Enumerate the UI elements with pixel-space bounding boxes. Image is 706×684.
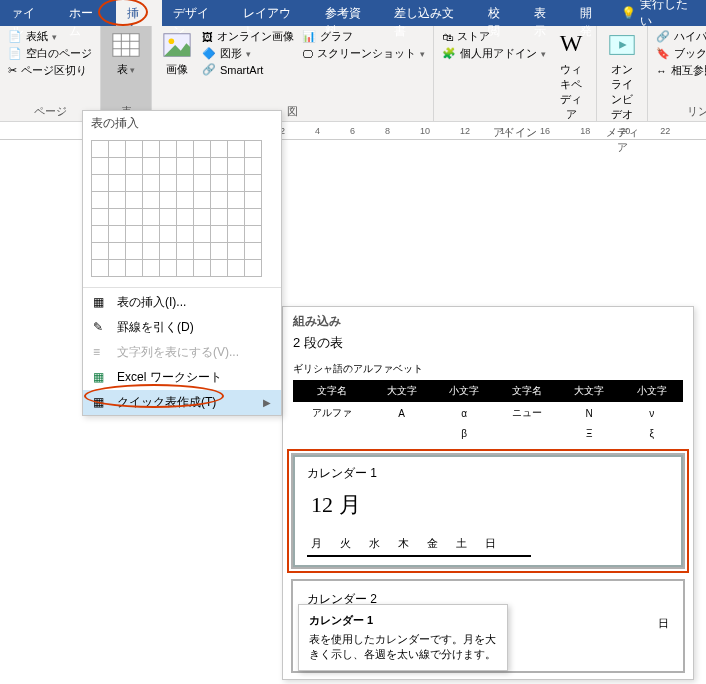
tab-design[interactable]: デザイン: [162, 0, 232, 26]
video-icon: [607, 30, 637, 60]
quick-tables-icon: ▦: [93, 395, 109, 411]
tab-insert[interactable]: 挿入: [116, 0, 162, 26]
hyperlink-label: ハイパーリンク: [674, 29, 706, 44]
chart-label: グラフ: [320, 29, 353, 44]
svg-rect-0: [113, 34, 139, 57]
ribbon-tabs: ァイル ホーム 挿入 デザイン レイアウト 参考資料 差し込み文書 校閲 表示 …: [0, 0, 706, 26]
shapes-button[interactable]: 🔷 図形: [200, 45, 296, 62]
group-links: 🔗 ハイパーリンク 🔖 ブックマーク ↔ 相互参照 リンク: [648, 26, 706, 121]
myaddins-button[interactable]: 🧩 個人用アドイン: [440, 45, 548, 62]
insert-table-label: 表の挿入(I)...: [117, 295, 186, 309]
greek-caption: ギリシャ語のアルファベット: [293, 358, 683, 380]
table-icon: [111, 30, 141, 60]
draw-table-item[interactable]: ✎ 罫線を引く(D): [83, 315, 281, 340]
excel-label: Excel ワークシート: [117, 369, 222, 386]
group-tables: 表 表: [101, 26, 152, 121]
tab-references[interactable]: 参考資料: [314, 0, 384, 26]
smartart-label: SmartArt: [220, 64, 263, 76]
convert-label: 文字列を表にする(V)...: [117, 344, 239, 361]
tab-home[interactable]: ホーム: [58, 0, 116, 26]
wikipedia-icon: W: [556, 30, 586, 60]
greek-preview[interactable]: ギリシャ語のアルファベット 文字名 大文字 小文字 文字名 大文字 小文字 アル…: [293, 358, 683, 443]
draw-table-label: 罫線を引く(D): [117, 319, 194, 336]
blank-label: 空白のページ: [26, 46, 92, 61]
store-button[interactable]: 🛍 ストア: [440, 28, 548, 45]
tell-me[interactable]: 💡 実行したい: [615, 0, 706, 26]
crossref-button[interactable]: ↔ 相互参照: [654, 62, 706, 79]
shapes-label: 図形: [220, 46, 242, 61]
smartart-button[interactable]: 🔗 SmartArt: [200, 62, 296, 77]
online-pic-label: オンライン画像: [217, 29, 294, 44]
online-pictures-button[interactable]: 🖼 オンライン画像: [200, 28, 296, 45]
ribbon: 📄 表紙 📄 空白のページ ✂ ページ区切り ページ 表 表 画像: [0, 26, 706, 122]
wikipedia-button[interactable]: W ウィキペディア: [552, 28, 590, 124]
online-video-button[interactable]: オンラインビデオ: [603, 28, 641, 124]
convert-icon: ≡: [93, 345, 109, 361]
screenshot-label: スクリーンショット: [317, 46, 416, 61]
tab-layout[interactable]: レイアウト: [232, 0, 314, 26]
calendar-1-title: カレンダー 1: [307, 465, 669, 482]
excel-spreadsheet-item[interactable]: ▦ Excel ワークシート: [83, 365, 281, 390]
tab-file[interactable]: ァイル: [0, 0, 58, 26]
myaddins-label: 個人用アドイン: [460, 46, 537, 61]
calendar-2-day: 日: [658, 617, 669, 629]
bookmark-label: ブックマーク: [674, 46, 706, 61]
tab-view[interactable]: 表示: [523, 0, 569, 26]
page-break-button[interactable]: ✂ ページ区切り: [6, 62, 94, 79]
tooltip-title: カレンダー 1: [309, 613, 497, 628]
group-illustrations: 画像 🖼 オンライン画像 🔷 図形 🔗 SmartArt 📊 グラフ 🖵 スクリ…: [152, 26, 434, 121]
picture-icon: [162, 30, 192, 60]
group-pages: 📄 表紙 📄 空白のページ ✂ ページ区切り ページ: [0, 26, 101, 121]
group-links-label: リンク: [654, 103, 706, 121]
tab-review[interactable]: 校閲: [477, 0, 523, 26]
calendar-1-preview[interactable]: カレンダー 1 12 月 月 火 水 木 金 土 日: [291, 453, 685, 569]
table-dropdown-title: 表の挿入: [83, 111, 281, 136]
bulb-icon: 💡: [621, 6, 636, 20]
hyperlink-button[interactable]: 🔗 ハイパーリンク: [654, 28, 706, 45]
blank-page-button[interactable]: 📄 空白のページ: [6, 45, 94, 62]
screenshot-button[interactable]: 🖵 スクリーンショット: [300, 45, 427, 62]
convert-text-item: ≡ 文字列を表にする(V)...: [83, 340, 281, 365]
cover-label: 表紙: [26, 29, 48, 44]
bookmark-button[interactable]: 🔖 ブックマーク: [654, 45, 706, 62]
table-size-grid[interactable]: [83, 136, 281, 285]
svg-point-6: [169, 38, 175, 44]
insert-table-item[interactable]: ▦ 表の挿入(I)...: [83, 290, 281, 315]
break-label: ページ区切り: [21, 63, 87, 78]
table-button-label: 表: [117, 62, 136, 77]
quick-tables-item[interactable]: ▦ クイック表作成(T) ▶: [83, 390, 281, 415]
group-addins: 🛍 ストア 🧩 個人用アドイン W ウィキペディア アドイン: [434, 26, 597, 121]
wikipedia-label: ウィキペディア: [556, 62, 586, 122]
chart-button[interactable]: 📊 グラフ: [300, 28, 427, 45]
two-col-title: 2 段の表: [283, 332, 693, 358]
tooltip: カレンダー 1 表を使用したカレンダーです。月を大きく示し、各週を太い線で分けま…: [298, 604, 508, 671]
video-label: オンラインビデオ: [607, 62, 637, 122]
crossref-label: 相互参照: [671, 63, 706, 78]
pictures-button[interactable]: 画像: [158, 28, 196, 79]
table-button[interactable]: 表: [107, 28, 145, 79]
quick-tables-label: クイック表作成(T): [117, 394, 216, 411]
tooltip-body: 表を使用したカレンダーです。月を大きく示し、各週を太い線で分けます。: [309, 632, 497, 662]
excel-icon: ▦: [93, 370, 109, 386]
pencil-icon: ✎: [93, 320, 109, 336]
pictures-label: 画像: [166, 62, 188, 77]
cover-page-button[interactable]: 📄 表紙: [6, 28, 94, 45]
builtin-heading: 組み込み: [283, 307, 693, 332]
calendar-days: 月 火 水 木 金 土 日: [307, 534, 669, 553]
calendar-month: 12 月: [311, 490, 665, 520]
group-media: オンラインビデオ メディア: [597, 26, 648, 121]
tab-mailings[interactable]: 差し込み文書: [383, 0, 477, 26]
insert-table-icon: ▦: [93, 295, 109, 311]
tab-developer[interactable]: 開発: [569, 0, 615, 26]
table-dropdown: 表の挿入 ▦ 表の挿入(I)... ✎ 罫線を引く(D) ≡ 文字列を表にする(…: [82, 110, 282, 416]
submenu-arrow-icon: ▶: [263, 397, 271, 408]
store-label: ストア: [457, 29, 490, 44]
group-pages-label: ページ: [6, 103, 94, 121]
